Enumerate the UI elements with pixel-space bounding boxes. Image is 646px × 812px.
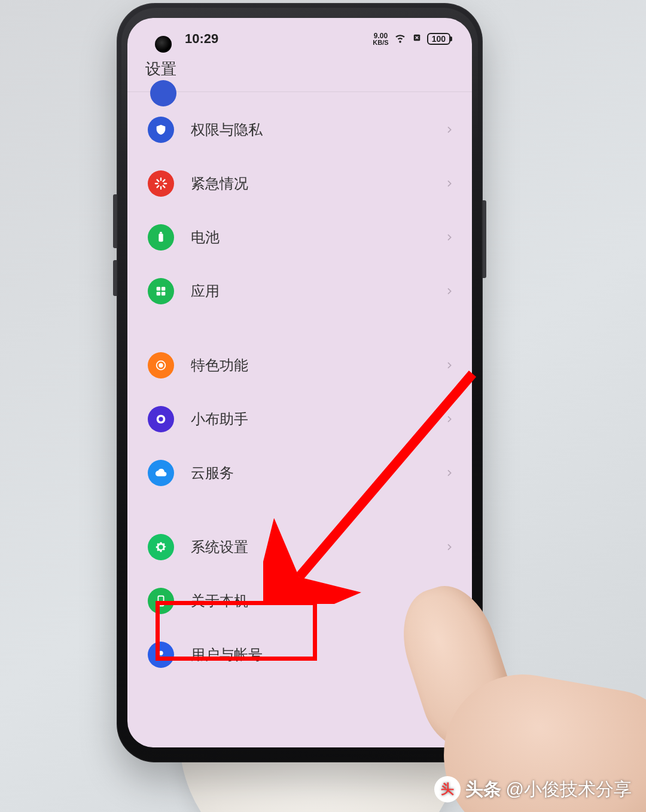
chevron-right-icon — [444, 286, 454, 296]
phone-screen: 10:29 9.00 KB/S 100 设置 — [127, 18, 472, 747]
settings-item-label: 电池 — [191, 228, 444, 247]
settings-item-emergency[interactable]: 紧急情况 — [127, 157, 472, 210]
chevron-right-icon — [444, 125, 454, 135]
phone-icon — [148, 588, 174, 614]
chevron-right-icon — [444, 179, 454, 188]
watermark-logo: 头 — [434, 776, 461, 802]
svg-rect-6 — [162, 292, 165, 295]
settings-item-system[interactable]: 系统设置 — [127, 520, 472, 574]
settings-item-cloud[interactable]: 云服务 — [127, 446, 472, 500]
power-button — [483, 200, 486, 278]
svg-point-8 — [159, 364, 163, 367]
features-icon — [148, 352, 174, 378]
network-speed: 9.00 KB/S — [373, 32, 388, 46]
settings-list: 权限与隐私 紧急情况 电池 — [127, 103, 472, 682]
apps-icon — [148, 278, 174, 304]
settings-item-label: 应用 — [191, 282, 444, 301]
settings-item-label: 紧急情况 — [191, 174, 444, 193]
user-icon — [148, 642, 174, 668]
page-title: 设置 — [127, 57, 472, 92]
settings-item-label: 特色功能 — [191, 356, 444, 375]
chevron-right-icon — [444, 414, 454, 424]
settings-item-label: 小布助手 — [191, 410, 444, 429]
cloud-icon — [148, 460, 174, 486]
battery-indicator: 100 — [427, 33, 450, 45]
mute-icon — [412, 31, 422, 47]
volume-button — [113, 194, 117, 248]
settings-item-label: 关于本机 — [191, 591, 444, 610]
watermark-brand: 头条 — [465, 777, 501, 802]
status-bar: 10:29 9.00 KB/S 100 — [127, 18, 472, 57]
wifi-icon — [394, 30, 407, 47]
chevron-right-icon — [444, 650, 454, 660]
chevron-right-icon — [444, 542, 454, 552]
settings-item-account[interactable]: 用户与帐号 — [127, 628, 472, 682]
svg-point-10 — [159, 417, 163, 421]
privacy-icon — [148, 117, 174, 143]
settings-item-label: 系统设置 — [191, 538, 444, 557]
volume-button-2 — [113, 260, 117, 296]
settings-item-battery[interactable]: 电池 — [127, 210, 472, 264]
partial-prev-item — [127, 92, 472, 103]
status-time: 10:29 — [185, 31, 218, 47]
battery-icon — [148, 224, 174, 251]
chevron-right-icon — [444, 596, 454, 606]
svg-rect-1 — [159, 234, 163, 242]
chevron-right-icon — [444, 468, 454, 478]
svg-rect-3 — [157, 287, 160, 291]
settings-item-about[interactable]: 关于本机 — [127, 574, 472, 628]
front-camera-hole — [155, 36, 172, 53]
settings-item-apps[interactable]: 应用 — [127, 264, 472, 318]
assistant-icon — [148, 406, 174, 432]
watermark: 头 头条 @小俊技术分享 — [434, 776, 632, 802]
phone-body: 10:29 9.00 KB/S 100 设置 — [117, 3, 483, 762]
gear-icon — [148, 534, 174, 560]
svg-rect-4 — [162, 287, 165, 291]
stage: 10:29 9.00 KB/S 100 设置 — [0, 0, 646, 812]
settings-item-label: 云服务 — [191, 463, 444, 483]
svg-point-13 — [159, 651, 163, 655]
svg-rect-5 — [157, 292, 160, 295]
settings-item-privacy[interactable]: 权限与隐私 — [127, 103, 472, 157]
chevron-right-icon — [444, 233, 454, 242]
watermark-author: @小俊技术分享 — [506, 777, 632, 802]
svg-rect-2 — [160, 232, 162, 234]
emergency-icon — [148, 170, 174, 197]
settings-item-label: 用户与帐号 — [191, 645, 444, 664]
settings-item-assistant[interactable]: 小布助手 — [127, 392, 472, 446]
settings-item-features[interactable]: 特色功能 — [127, 338, 472, 392]
chevron-right-icon — [444, 361, 454, 370]
settings-item-label: 权限与隐私 — [191, 120, 444, 139]
